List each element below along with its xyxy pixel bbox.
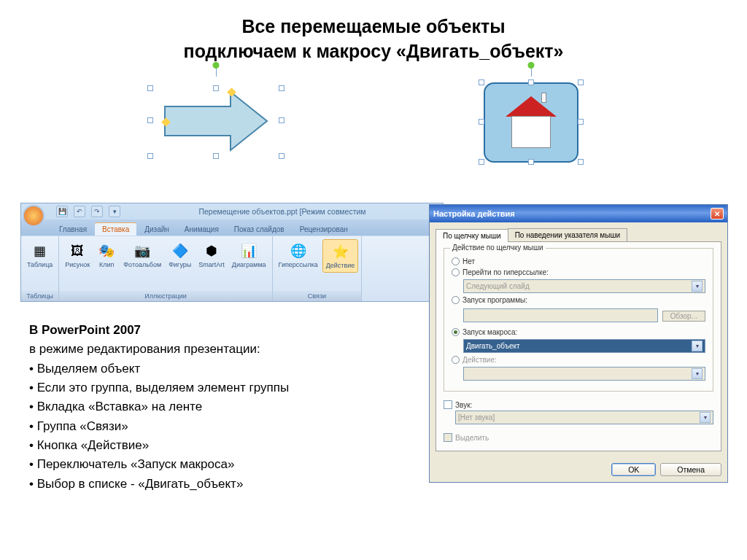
resize-handle[interactable] — [147, 117, 153, 123]
shapes-icon: 🔷 — [171, 241, 190, 260]
chevron-down-icon: ▾ — [692, 281, 703, 292]
table-button[interactable]: ▦ Таблица — [24, 239, 55, 271]
list-item: Выбор в списке - «Двигать_объект» — [29, 475, 423, 494]
resize-handle[interactable] — [528, 159, 534, 165]
undo-icon[interactable]: ↶ — [74, 206, 85, 217]
resize-handle[interactable] — [279, 153, 285, 159]
arrow-shape-selected[interactable] — [150, 75, 282, 166]
redo-icon[interactable]: ↷ — [91, 206, 103, 217]
chart-button[interactable]: 📊Диаграмма — [229, 239, 269, 271]
ribbon-group-links: 🌐Гиперссылка ⭐Действие Связи — [273, 236, 363, 301]
radio-hyperlink[interactable]: Перейти по гиперссылке: — [452, 268, 705, 276]
instructions-sub: в режиме редактирования презентации: — [29, 342, 260, 356]
resize-handle[interactable] — [479, 119, 484, 125]
rotation-handle[interactable] — [213, 62, 220, 69]
tab-slideshow[interactable]: Показ слайдов — [227, 223, 292, 236]
shapes-button[interactable]: 🔷Фигуры — [166, 239, 194, 271]
chevron-down-icon: ▾ — [692, 368, 703, 379]
dialog-tabs: По щелчку мыши По наведении указателя мы… — [436, 228, 721, 241]
ribbon-label: Клип — [99, 262, 114, 269]
resize-handle[interactable] — [213, 85, 219, 91]
resize-handle[interactable] — [213, 153, 219, 159]
action-button[interactable]: ⭐Действие — [322, 239, 359, 273]
tab-design[interactable]: Дизайн — [137, 223, 177, 236]
resize-handle[interactable] — [528, 79, 534, 85]
close-button[interactable]: ✕ — [711, 208, 724, 219]
dialog-titlebar[interactable]: Настройка действия ✕ — [430, 205, 727, 222]
window-titlebar: 💾 ↶ ↷ ▾ Перемещение объектов.ppt [Режим … — [21, 203, 443, 219]
action-icon: ⭐ — [331, 242, 350, 261]
office-button[interactable] — [23, 205, 44, 227]
chimney-icon — [541, 93, 546, 103]
resize-handle[interactable] — [147, 85, 153, 91]
checkbox-icon — [444, 400, 452, 409]
radio-macro[interactable]: Запуск макроса: — [452, 328, 705, 336]
group-label: Иллюстрации — [59, 291, 271, 301]
sound-checkbox-row[interactable]: Звук: — [444, 400, 713, 409]
ok-button[interactable]: OK — [611, 463, 656, 476]
rounded-rect-icon — [484, 82, 578, 163]
action-fieldset: Действие по щелчку мыши Нет Перейти по г… — [444, 248, 713, 392]
radio-label: Запуск макроса: — [462, 328, 517, 336]
clip-icon: 🎭 — [97, 241, 116, 260]
chart-icon: 📊 — [239, 241, 258, 260]
resize-handle[interactable] — [479, 159, 484, 165]
tab-review[interactable]: Рецензирован — [293, 223, 355, 236]
resize-handle[interactable] — [578, 159, 584, 165]
radio-label: Перейти по гиперссылке: — [462, 268, 549, 276]
house-shape-selected[interactable] — [465, 75, 597, 166]
radio-label: Действие: — [462, 356, 497, 364]
program-path-input — [463, 308, 658, 322]
radio-none[interactable]: Нет — [452, 257, 705, 265]
radio-icon — [452, 257, 460, 265]
instructions-header: В PowerPoint 2007 — [29, 323, 141, 337]
radio-program[interactable]: Запуск программы: — [452, 296, 705, 304]
title-line-1: Все перемещаемые объекты — [29, 15, 718, 39]
list-item: Переключатель «Запуск макроса» — [29, 455, 423, 474]
resize-handle[interactable] — [578, 79, 584, 85]
tab-on-click[interactable]: По щелчку мыши — [436, 229, 508, 242]
save-icon[interactable]: 💾 — [56, 206, 68, 217]
combo-value: Следующий слайд — [466, 282, 530, 290]
ribbon-group-tables: ▦ Таблица Таблицы — [21, 236, 59, 301]
radio-icon — [452, 328, 460, 336]
radio-icon — [452, 268, 460, 276]
resize-handle[interactable] — [578, 119, 584, 125]
picture-icon: 🖼 — [68, 241, 87, 260]
rotation-handle[interactable] — [528, 62, 535, 69]
radio-icon — [452, 296, 460, 304]
qat-dropdown-icon[interactable]: ▾ — [109, 206, 120, 217]
ribbon-label: Диаграмма — [232, 262, 266, 269]
tab-on-hover[interactable]: По наведении указателя мыши — [508, 228, 627, 241]
resize-handle[interactable] — [147, 153, 153, 159]
ribbon-label: Гиперссылка — [279, 262, 318, 269]
resize-handle[interactable] — [279, 85, 285, 91]
resize-handle[interactable] — [279, 117, 285, 123]
combo-value: [Нет звука] — [458, 413, 495, 421]
ribbon-body: ▦ Таблица Таблицы 🖼Рисунок 🎭Клип 📷Фотоал… — [21, 236, 443, 301]
group-label: Таблицы — [21, 291, 58, 301]
smartart-button[interactable]: ⬢SmartArt — [196, 239, 228, 271]
dialog-panel: Действие по щелчку мыши Нет Перейти по г… — [436, 241, 721, 451]
ribbon-label: Таблица — [27, 262, 53, 269]
picture-button[interactable]: 🖼Рисунок — [62, 239, 93, 271]
hyperlink-icon: 🌐 — [289, 241, 308, 260]
ribbon-label: Рисунок — [65, 262, 90, 269]
macro-combo[interactable]: Двигать_объект▾ — [463, 339, 705, 353]
browse-button: Обзор... — [662, 311, 705, 322]
clip-button[interactable]: 🎭Клип — [94, 239, 119, 271]
album-button[interactable]: 📷Фотоальбом — [120, 239, 164, 271]
cancel-button[interactable]: Отмена — [660, 463, 721, 476]
radio-icon — [452, 356, 460, 364]
tab-home[interactable]: Главная — [52, 223, 94, 236]
chevron-down-icon[interactable]: ▾ — [692, 341, 703, 351]
combo-value: Двигать_объект — [466, 342, 520, 350]
hyperlink-button[interactable]: 🌐Гиперссылка — [276, 239, 321, 271]
roof-icon — [506, 96, 557, 117]
instructions-list: Выделяем объект Если это группа, выделяе… — [29, 359, 423, 494]
fieldset-legend: Действие по щелчку мыши — [450, 244, 546, 252]
tab-animation[interactable]: Анимация — [177, 223, 226, 236]
tab-insert[interactable]: Вставка — [95, 222, 136, 236]
table-icon: ▦ — [31, 241, 50, 260]
resize-handle[interactable] — [479, 79, 484, 85]
